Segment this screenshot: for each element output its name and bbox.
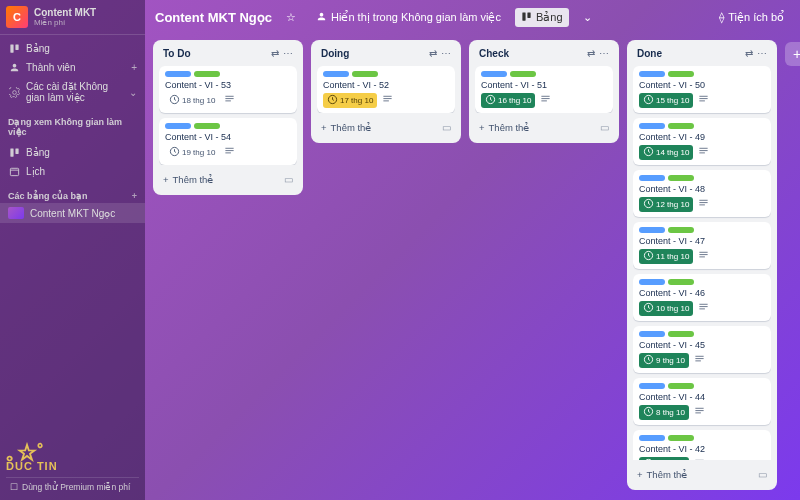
add-card-button[interactable]: + Thêm thẻ ▭ — [475, 118, 613, 137]
list-menu-icon[interactable]: ⋯ — [599, 48, 609, 59]
list-title[interactable]: To Do — [163, 48, 191, 59]
chevron-down-icon[interactable]: ⌄ — [129, 87, 137, 98]
view-switcher-button[interactable]: Bảng — [515, 8, 569, 27]
due-date-text: 12 thg 10 — [656, 200, 689, 209]
nav-item-Các cài đặt Không gian làm việc[interactable]: Các cài đặt Không gian làm việc ⌄ — [0, 77, 145, 107]
clock-icon — [643, 198, 654, 211]
due-date-badge[interactable]: 16 thg 10 — [481, 93, 535, 108]
label-blue[interactable] — [165, 71, 191, 77]
nav-item-Thành viên[interactable]: Thành viên + — [0, 58, 145, 77]
template-icon[interactable]: ▭ — [758, 469, 767, 480]
due-date-badge[interactable]: 19 thg 10 — [165, 145, 219, 160]
svg-rect-6 — [527, 12, 530, 18]
card[interactable]: Content - VI - 50 15 thg 10 — [633, 66, 771, 113]
board-canvas[interactable]: To Do ⇄ ⋯ Content - VI - 53 18 thg 10 — [145, 34, 800, 500]
card-title: Content - VI - 52 — [323, 80, 449, 90]
label-green[interactable] — [668, 383, 694, 389]
workspace-header[interactable]: C Content MKT Miễn phí — [0, 0, 145, 35]
label-green[interactable] — [668, 71, 694, 77]
label-blue[interactable] — [481, 71, 507, 77]
label-green[interactable] — [352, 71, 378, 77]
nav-item-Lịch[interactable]: Lịch — [0, 162, 145, 181]
label-green[interactable] — [668, 279, 694, 285]
due-date-badge[interactable]: 8 thg 10 — [639, 405, 689, 420]
collapse-icon[interactable]: ⇄ — [271, 48, 279, 59]
label-blue[interactable] — [639, 383, 665, 389]
case-icon: ☐ — [10, 482, 18, 492]
nav-item-Bảng[interactable]: Bảng — [0, 39, 145, 58]
template-icon[interactable]: ▭ — [284, 174, 293, 185]
label-blue[interactable] — [639, 123, 665, 129]
card[interactable]: Content - VI - 54 19 thg 10 — [159, 118, 297, 165]
card[interactable]: Content - VI - 53 18 thg 10 — [159, 66, 297, 113]
collapse-icon[interactable]: ⇄ — [587, 48, 595, 59]
collapse-icon[interactable]: ⇄ — [429, 48, 437, 59]
card[interactable]: Content - VI - 49 14 thg 10 — [633, 118, 771, 165]
card[interactable]: Content - VI - 47 11 thg 10 — [633, 222, 771, 269]
due-date-badge[interactable]: 14 thg 10 — [639, 145, 693, 160]
list-title[interactable]: Doing — [321, 48, 349, 59]
due-date-badge[interactable]: 9 thg 10 — [639, 353, 689, 368]
label-green[interactable] — [668, 331, 694, 337]
add-card-button[interactable]: + Thêm thẻ ▭ — [159, 170, 297, 189]
sidebar-board-link[interactable]: Content MKT Ngọc — [0, 203, 145, 223]
clock-icon — [327, 94, 338, 107]
list-menu-icon[interactable]: ⋯ — [283, 48, 293, 59]
label-green[interactable] — [668, 435, 694, 441]
due-date-badge[interactable]: 10 thg 10 — [639, 301, 693, 316]
card[interactable]: Content - VI - 46 10 thg 10 — [633, 274, 771, 321]
main-area: Content MKT Ngọc ☆ Hiển thị trong Không … — [145, 0, 800, 500]
powerups-label: Tiện ích bổ — [728, 11, 784, 24]
label-green[interactable] — [194, 123, 220, 129]
add-board-icon[interactable]: + — [132, 191, 137, 201]
card[interactable]: Content - VI - 52 17 thg 10 — [317, 66, 455, 113]
label-blue[interactable] — [639, 175, 665, 181]
workspace-badge: C — [6, 6, 28, 28]
due-date-badge[interactable]: 12 thg 10 — [639, 197, 693, 212]
list-menu-icon[interactable]: ⋯ — [441, 48, 451, 59]
label-blue[interactable] — [639, 227, 665, 233]
list-menu-icon[interactable]: ⋯ — [757, 48, 767, 59]
template-icon[interactable]: ▭ — [442, 122, 451, 133]
card[interactable]: Content - VI - 42 5 thg 10 — [633, 430, 771, 460]
label-blue[interactable] — [165, 123, 191, 129]
powerups-button[interactable]: ⟠ Tiện ích bổ — [713, 8, 790, 27]
view-switcher-chevron[interactable]: ⌄ — [577, 8, 598, 27]
due-date-badge[interactable]: 15 thg 10 — [639, 93, 693, 108]
card[interactable]: Content - VI - 44 8 thg 10 — [633, 378, 771, 425]
label-blue[interactable] — [639, 331, 665, 337]
board-title[interactable]: Content MKT Ngọc — [155, 10, 272, 25]
add-card-button[interactable]: + Thêm thẻ ▭ — [633, 465, 771, 484]
svg-rect-2 — [10, 148, 13, 156]
list-title[interactable]: Check — [479, 48, 509, 59]
label-green[interactable] — [194, 71, 220, 77]
star-button[interactable]: ☆ — [280, 8, 302, 27]
label-green[interactable] — [668, 175, 694, 181]
label-green[interactable] — [668, 227, 694, 233]
due-date-badge[interactable]: 11 thg 10 — [639, 249, 693, 264]
add-list-button[interactable]: + — [785, 42, 800, 66]
list-title[interactable]: Done — [637, 48, 662, 59]
label-green[interactable] — [510, 71, 536, 77]
label-green[interactable] — [668, 123, 694, 129]
card[interactable]: Content - VI - 51 16 thg 10 — [475, 66, 613, 113]
add-card-button[interactable]: + Thêm thẻ ▭ — [317, 118, 455, 137]
visibility-button[interactable]: Hiển thị trong Không gian làm việc — [310, 8, 507, 27]
nav-item-Bảng[interactable]: Bảng — [0, 143, 145, 162]
template-icon[interactable]: ▭ — [600, 122, 609, 133]
collapse-icon[interactable]: ⇄ — [745, 48, 753, 59]
board-chip-icon — [8, 207, 24, 219]
list-To Do: To Do ⇄ ⋯ Content - VI - 53 18 thg 10 — [153, 40, 303, 195]
label-blue[interactable] — [639, 71, 665, 77]
card[interactable]: Content - VI - 48 12 thg 10 — [633, 170, 771, 217]
label-blue[interactable] — [639, 279, 665, 285]
due-date-badge[interactable]: 18 thg 10 — [165, 93, 219, 108]
card-labels — [323, 71, 449, 77]
premium-trial-button[interactable]: ☐ Dùng thử Premium miễn phí — [6, 477, 139, 496]
due-date-badge[interactable]: 5 thg 10 — [639, 457, 689, 460]
label-blue[interactable] — [323, 71, 349, 77]
due-date-badge[interactable]: 17 thg 10 — [323, 93, 377, 108]
label-blue[interactable] — [639, 435, 665, 441]
plus-icon[interactable]: + — [131, 62, 137, 73]
card[interactable]: Content - VI - 45 9 thg 10 — [633, 326, 771, 373]
